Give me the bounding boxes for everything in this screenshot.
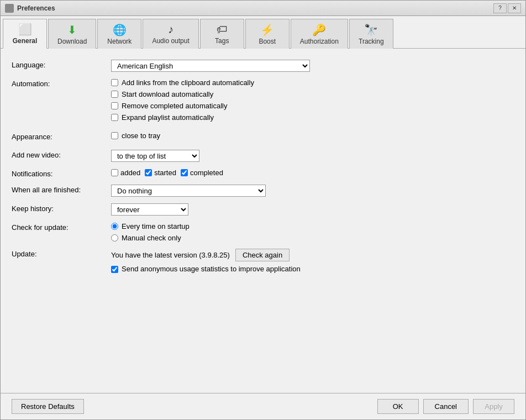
tab-boost-label: Boost (259, 38, 276, 45)
anonymous-stats-checkbox[interactable] (111, 266, 118, 273)
check-manual-label: Manual check only (122, 234, 181, 242)
when-finished-label: When all are finished: (12, 185, 111, 194)
tab-general[interactable]: ⬜ General (3, 19, 47, 49)
add-new-video-row: Add new video: to the top of list (12, 150, 514, 162)
language-control: American English (111, 60, 514, 72)
bottom-right-buttons: OK Cancel Apply (377, 399, 514, 414)
tab-boost[interactable]: ⚡ Boost (245, 19, 290, 49)
add-new-video-label: Add new video: (12, 150, 111, 159)
add-new-video-select[interactable]: to the top of list (111, 150, 199, 162)
boost-icon: ⚡ (260, 23, 274, 36)
apply-button[interactable]: Apply (473, 399, 514, 414)
audio-icon: ♪ (168, 23, 173, 36)
close-tray-row: close to tray (111, 132, 514, 140)
tab-tags-label: Tags (215, 37, 229, 45)
auto-expand-checkbox[interactable] (111, 114, 118, 121)
appearance-row: Appearance: close to tray (12, 132, 514, 143)
tab-tracking[interactable]: 🔭 Tracking (349, 19, 393, 49)
when-finished-row: When all are finished: Do nothing (12, 185, 514, 197)
auto-remove-checkbox[interactable] (111, 102, 118, 109)
appearance-control: close to tray (111, 132, 514, 143)
download-icon: ⬇ (67, 23, 77, 36)
window-icon (5, 4, 14, 13)
keep-history-control: forever (111, 203, 514, 216)
notif-completed-checkbox[interactable] (181, 169, 188, 176)
tab-network-label: Network (107, 38, 132, 45)
auto-remove-row: Remove completed automatically (111, 102, 514, 110)
restore-defaults-button[interactable]: Restore Defaults (12, 399, 84, 414)
tab-authorization[interactable]: 🔑 Authorization (291, 19, 348, 49)
notif-added-checkbox[interactable] (111, 169, 118, 176)
close-button[interactable]: ✕ (508, 3, 521, 13)
check-startup-label: Every time on startup (122, 222, 190, 230)
when-finished-select[interactable]: Do nothing (111, 185, 266, 197)
tracking-icon: 🔭 (364, 23, 378, 36)
anonymous-stats-label: Send anonymous usage statistics to impro… (122, 265, 301, 273)
update-label: Update: (12, 249, 111, 258)
close-tray-checkbox[interactable] (111, 132, 118, 139)
authorization-icon: 🔑 (312, 23, 326, 36)
check-startup-radio[interactable] (111, 223, 118, 230)
tags-icon: 🏷 (217, 23, 228, 36)
automation-row: Automation: Add links from the clipboard… (12, 78, 514, 125)
preferences-window: Preferences ? ✕ ⬜ General ⬇ Download 🌐 N… (0, 0, 526, 420)
auto-add-links-checkbox[interactable] (111, 79, 118, 86)
keep-history-select[interactable]: forever (111, 203, 188, 216)
check-update-row: Check for update: Every time on startup … (12, 222, 514, 242)
language-row: Language: American English (12, 60, 514, 72)
update-text: You have the latest version (3.9.8.25) (111, 251, 230, 259)
notif-started-label: started (154, 169, 176, 177)
automation-control: Add links from the clipboard automatical… (111, 78, 514, 125)
notif-completed-label: completed (190, 169, 223, 177)
help-button[interactable]: ? (493, 3, 507, 13)
auto-start-checkbox[interactable] (111, 91, 118, 98)
tab-tracking-label: Tracking (359, 38, 384, 45)
check-manual-radio[interactable] (111, 234, 118, 242)
tab-download[interactable]: ⬇ Download (48, 19, 96, 49)
update-control: You have the latest version (3.9.8.25) C… (111, 249, 514, 273)
auto-remove-label: Remove completed automatically (122, 102, 227, 110)
network-icon: 🌐 (113, 23, 127, 36)
cancel-button[interactable]: Cancel (423, 399, 469, 414)
check-startup-row: Every time on startup (111, 222, 514, 230)
notif-completed-item: completed (181, 169, 223, 177)
check-manual-row: Manual check only (111, 234, 514, 242)
language-select[interactable]: American English (111, 60, 310, 72)
close-tray-label: close to tray (122, 132, 160, 140)
general-icon: ⬜ (18, 23, 32, 36)
tab-authorization-label: Authorization (300, 38, 339, 45)
add-new-video-control: to the top of list (111, 150, 514, 162)
window-title: Preferences (17, 4, 493, 12)
auto-start-label: Start download automatically (122, 90, 213, 98)
check-update-control: Every time on startup Manual check only (111, 222, 514, 242)
language-label: Language: (12, 60, 111, 69)
update-row: Update: You have the latest version (3.9… (12, 249, 514, 273)
check-again-button[interactable]: Check again (235, 249, 290, 261)
notifications-checkboxes: added started completed (111, 169, 514, 177)
automation-label: Automation: (12, 78, 111, 88)
auto-expand-row: Expand playlist automatically (111, 113, 514, 122)
title-bar: Preferences ? ✕ (1, 1, 525, 16)
keep-history-row: Keep history: forever (12, 203, 514, 216)
tab-audio[interactable]: ♪ Audio output (143, 19, 198, 49)
auto-expand-label: Expand playlist automatically (122, 113, 214, 122)
auto-add-links-row: Add links from the clipboard automatical… (111, 78, 514, 87)
tab-tags[interactable]: 🏷 Tags (200, 19, 244, 49)
tab-audio-label: Audio output (152, 37, 189, 45)
update-info-row: You have the latest version (3.9.8.25) C… (111, 249, 514, 261)
tab-network[interactable]: 🌐 Network (97, 19, 141, 49)
tabs-bar: ⬜ General ⬇ Download 🌐 Network ♪ Audio o… (1, 16, 525, 49)
notif-added-label: added (120, 169, 140, 177)
auto-add-links-label: Add links from the clipboard automatical… (122, 78, 254, 87)
when-finished-control: Do nothing (111, 185, 514, 197)
notif-started-checkbox[interactable] (145, 169, 152, 176)
notifications-label: Notifications: (12, 169, 111, 178)
keep-history-label: Keep history: (12, 203, 111, 213)
notif-started-item: started (145, 169, 176, 177)
appearance-label: Appearance: (12, 132, 111, 141)
title-bar-buttons: ? ✕ (493, 3, 521, 13)
tab-general-label: General (13, 37, 38, 45)
content-area: Language: American English Automation: A… (1, 49, 525, 393)
ok-button[interactable]: OK (377, 399, 419, 414)
check-update-label: Check for update: (12, 222, 111, 232)
